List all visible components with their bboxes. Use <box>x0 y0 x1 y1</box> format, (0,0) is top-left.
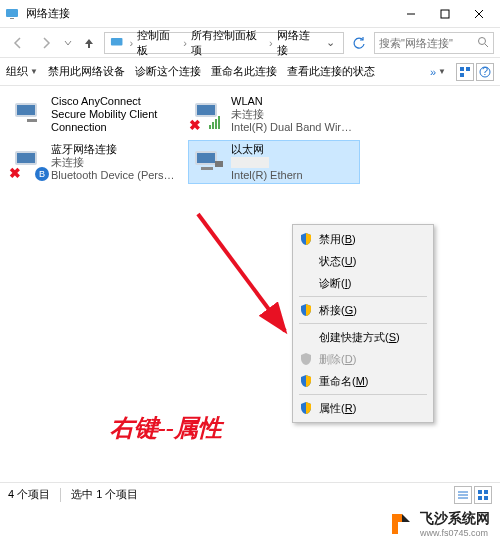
svg-rect-20 <box>212 122 214 129</box>
network-icon <box>4 6 20 22</box>
ctx-diagnose[interactable]: 诊断(I) <box>295 272 431 294</box>
toolbar-disable-device[interactable]: 禁用此网络设备 <box>48 64 125 79</box>
help-button[interactable]: ? <box>476 63 494 81</box>
breadcrumb[interactable]: › 控制面板 › 所有控制面板项 › 网络连接 ⌄ <box>104 32 344 54</box>
connection-name: 蓝牙网络连接 <box>51 143 177 156</box>
connection-device: Intel(R) Ethern <box>231 169 303 182</box>
bluetooth-badge-icon: B <box>35 167 49 181</box>
connection-name: Cisco AnyConnect Secure Mobility Client … <box>51 95 177 134</box>
control-panel-icon <box>109 35 124 51</box>
svg-rect-36 <box>484 496 488 500</box>
connection-item[interactable]: ✖ WLAN 未连接 Intel(R) Dual Band Wireless-A… <box>188 92 360 136</box>
ctx-bridge[interactable]: 桥接(G) <box>295 299 431 321</box>
status-divider <box>60 488 61 502</box>
search-input[interactable] <box>379 37 477 49</box>
svg-rect-26 <box>197 153 215 163</box>
annotation-arrow <box>190 206 300 346</box>
svg-rect-34 <box>484 490 488 494</box>
toolbar-view-status[interactable]: 查看此连接的状态 <box>287 64 375 79</box>
view-tiles-button[interactable] <box>474 486 492 504</box>
shield-icon <box>299 401 313 415</box>
svg-rect-24 <box>17 153 35 163</box>
breadcrumb-segment[interactable]: 所有控制面板项 <box>188 28 268 58</box>
ctx-delete: 删除(D) <box>295 348 431 370</box>
watermark-title: 飞沙系统网 <box>420 510 490 528</box>
svg-rect-0 <box>6 9 18 17</box>
back-button[interactable] <box>6 31 30 55</box>
disabled-x-icon: ✖ <box>189 117 201 133</box>
breadcrumb-dropdown-icon[interactable]: ⌄ <box>322 36 339 49</box>
svg-rect-18 <box>197 105 215 115</box>
close-button[interactable] <box>462 1 496 27</box>
watermark-logo-icon <box>388 512 412 536</box>
svg-text:?: ? <box>482 66 488 77</box>
view-options-button[interactable] <box>456 63 474 81</box>
vpn-adapter-icon <box>11 95 47 131</box>
svg-rect-28 <box>215 161 223 167</box>
ctx-status[interactable]: 状态(U) <box>295 250 431 272</box>
wifi-adapter-icon: ✖ <box>191 95 227 131</box>
connection-name: 以太网 <box>231 143 303 156</box>
shield-icon <box>299 352 313 366</box>
svg-line-8 <box>485 44 488 47</box>
search-box[interactable] <box>374 32 494 54</box>
watermark-subtitle: www.fs0745.com <box>420 528 490 538</box>
chevron-down-icon: ▼ <box>30 67 38 76</box>
bluetooth-adapter-icon: ✖ B <box>11 143 47 179</box>
shield-icon <box>299 232 313 246</box>
connection-device: Intel(R) Dual Band Wireless-A... <box>231 121 357 134</box>
shield-icon <box>299 303 313 317</box>
window-title: 网络连接 <box>26 6 394 21</box>
connection-status-blur <box>231 157 269 168</box>
breadcrumb-segment[interactable]: 网络连接 <box>274 28 322 58</box>
search-icon <box>477 36 489 50</box>
svg-rect-27 <box>201 167 213 170</box>
connection-item[interactable]: ✖ B 蓝牙网络连接 未连接 Bluetooth Device (Persona… <box>8 140 180 184</box>
svg-rect-3 <box>441 10 449 18</box>
svg-rect-19 <box>209 125 211 129</box>
forward-button[interactable] <box>34 31 58 55</box>
toolbar-rename[interactable]: 重命名此连接 <box>211 64 277 79</box>
watermark: 飞沙系统网 www.fs0745.com <box>0 506 500 542</box>
toolbar-overflow[interactable]: »▼ <box>430 66 446 78</box>
maximize-button[interactable] <box>428 1 462 27</box>
ctx-properties[interactable]: 属性(R) <box>295 397 431 419</box>
svg-rect-6 <box>111 37 123 45</box>
ctx-disable[interactable]: 禁用(B) <box>295 228 431 250</box>
minimize-button[interactable] <box>394 1 428 27</box>
connection-name: WLAN <box>231 95 357 108</box>
view-details-button[interactable] <box>454 486 472 504</box>
annotation-text: 右键--属性 <box>110 412 222 444</box>
status-item-count: 4 个项目 <box>8 487 50 502</box>
status-selected-count: 选中 1 个项目 <box>71 487 138 502</box>
connection-status: 未连接 <box>231 108 357 121</box>
context-menu: 禁用(B) 状态(U) 诊断(I) 桥接(G) 创建快捷方式(S) 删除(D) … <box>292 224 434 423</box>
ctx-rename[interactable]: 重命名(M) <box>295 370 431 392</box>
connection-item[interactable]: Cisco AnyConnect Secure Mobility Client … <box>8 92 180 136</box>
connection-device: Bluetooth Device (Personal Ar... <box>51 169 177 182</box>
svg-rect-21 <box>215 119 217 129</box>
shield-icon <box>299 374 313 388</box>
svg-line-29 <box>198 214 285 331</box>
svg-rect-10 <box>466 67 470 71</box>
disabled-x-icon: ✖ <box>9 165 21 181</box>
svg-rect-9 <box>460 67 464 71</box>
ctx-create-shortcut[interactable]: 创建快捷方式(S) <box>295 326 431 348</box>
svg-rect-16 <box>27 119 37 122</box>
ethernet-adapter-icon <box>191 143 227 179</box>
organize-menu[interactable]: 组织 ▼ <box>6 64 38 79</box>
connection-item[interactable]: 以太网 Intel(R) Ethern <box>188 140 360 184</box>
svg-point-7 <box>479 37 486 44</box>
history-dropdown[interactable] <box>62 31 74 55</box>
breadcrumb-segment[interactable]: 控制面板 <box>134 28 182 58</box>
svg-rect-33 <box>478 490 482 494</box>
toolbar-diagnose[interactable]: 诊断这个连接 <box>135 64 201 79</box>
svg-rect-22 <box>218 116 220 129</box>
svg-rect-35 <box>478 496 482 500</box>
svg-rect-1 <box>10 18 14 19</box>
up-button[interactable] <box>78 32 100 54</box>
svg-rect-11 <box>460 73 464 77</box>
refresh-button[interactable] <box>348 32 370 54</box>
connection-status: 未连接 <box>51 156 177 169</box>
svg-rect-15 <box>17 105 35 115</box>
